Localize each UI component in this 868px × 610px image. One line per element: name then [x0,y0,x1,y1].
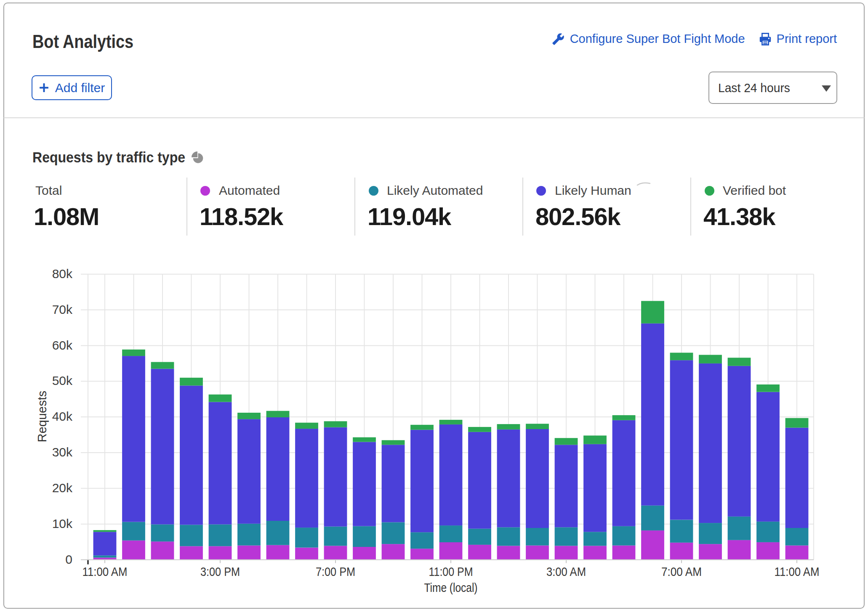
svg-text:7:00 PM: 7:00 PM [316,565,355,578]
svg-text:0: 0 [65,552,72,566]
svg-text:70k: 70k [52,302,73,316]
svg-text:3:00 AM: 3:00 AM [546,565,586,578]
svg-text:50k: 50k [52,374,73,387]
svg-text:11:00 AM: 11:00 AM [83,565,128,578]
svg-text:3:00 PM: 3:00 PM [200,565,240,578]
svg-text:Time (local): Time (local) [424,581,478,594]
svg-text:11:00 AM: 11:00 AM [775,565,820,578]
svg-text:20k: 20k [52,481,73,495]
svg-text:10k: 10k [52,517,73,530]
svg-text:60k: 60k [52,338,73,352]
svg-text:40k: 40k [52,409,73,423]
svg-text:11:00 PM: 11:00 PM [429,565,473,578]
svg-text:80k: 80k [52,267,73,281]
svg-text:Requests: Requests [35,391,49,443]
svg-text:30k: 30k [52,445,73,459]
svg-text:7:00 AM: 7:00 AM [661,565,702,578]
